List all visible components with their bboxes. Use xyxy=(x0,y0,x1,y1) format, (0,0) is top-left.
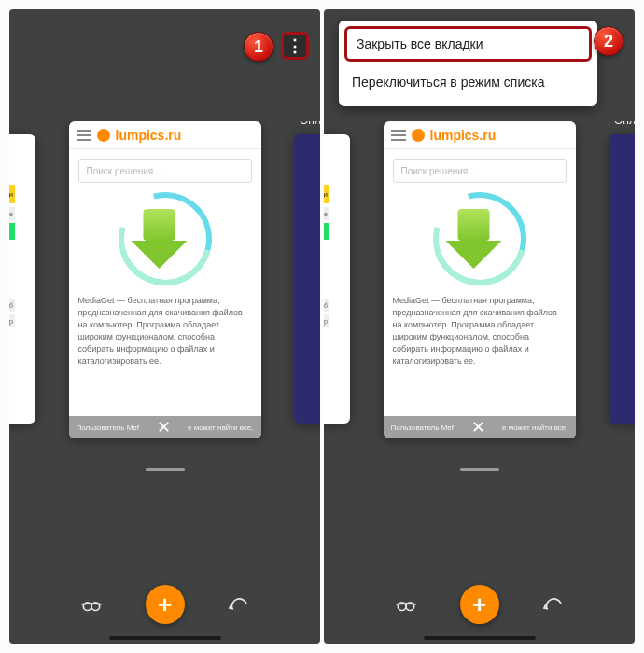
more-vertical-icon: ⋮ xyxy=(9,347,15,365)
drag-handle[interactable] xyxy=(460,468,499,471)
incognito-icon[interactable] xyxy=(78,591,105,618)
step-badge-2: 2 xyxy=(594,26,623,56)
tabs-carousel[interactable]: йти еще проб в Кар ⋮ Онл Вы ул Lum xyxy=(324,121,635,560)
footer-text: Пользователь Mef xyxy=(391,424,454,432)
thumb-chip: в Кар xyxy=(324,314,329,327)
menu-switch-list-mode[interactable]: Переключиться в режим списка xyxy=(339,65,597,99)
yandex-thumb: йти xyxy=(324,185,329,203)
incognito-icon[interactable] xyxy=(393,591,419,618)
tab-title: Онл xyxy=(614,121,635,127)
close-tab-icon[interactable]: ✕ xyxy=(157,417,171,438)
plus-icon: + xyxy=(472,590,486,619)
close-tab-icon[interactable]: ✕ xyxy=(471,417,485,438)
bottom-toolbar: + xyxy=(9,578,320,631)
search-input[interactable]: Поиск решения... xyxy=(78,159,252,183)
article-text: MediaGet — бесплатная программа, предназ… xyxy=(69,291,261,371)
download-icon xyxy=(433,192,526,285)
undo-button[interactable] xyxy=(540,591,567,618)
step-badge-1: 1 xyxy=(244,32,273,62)
tab-card-next[interactable]: Онла Вы ул xyxy=(294,134,320,424)
plus-icon: + xyxy=(158,590,172,619)
download-icon xyxy=(119,192,212,285)
tab-card-prev[interactable]: йти еще проб в Кар ⋮ xyxy=(9,134,35,424)
thumb-img xyxy=(9,223,15,240)
nav-indicator xyxy=(109,636,221,640)
thumb-chip: проб xyxy=(324,299,329,312)
site-brand: lumpics.ru xyxy=(430,128,497,143)
tab-card-current[interactable]: Lumpics.ru lumpics.ru Поиск решения... M… xyxy=(69,121,261,438)
more-vertical-icon: ⋮ xyxy=(324,347,329,365)
undo-button[interactable] xyxy=(226,591,252,618)
new-tab-button[interactable]: + xyxy=(460,585,499,624)
search-input[interactable]: Поиск решения... xyxy=(393,159,567,183)
menu-close-all-tabs[interactable]: Закрыть все вкладки xyxy=(344,26,592,62)
tabs-carousel[interactable]: йти еще проб в Кар ⋮ Онла Вы ул Lu xyxy=(9,121,320,560)
tab-card-current[interactable]: Lumpics.ru lumpics.ru Поиск решения... M… xyxy=(384,121,576,438)
new-tab-button[interactable]: + xyxy=(146,585,185,624)
kebab-menu-button[interactable]: ⋮ xyxy=(281,32,309,60)
hamburger-icon[interactable] xyxy=(77,130,91,141)
tab-card-next[interactable]: Онл Вы ул xyxy=(609,134,635,424)
tab-footer: Пользователь Mef ✕ е может найти все, xyxy=(384,416,576,438)
thumb-img xyxy=(324,223,329,240)
drag-handle[interactable] xyxy=(146,468,185,471)
footer-text: е может найти все, xyxy=(502,424,567,432)
site-brand: lumpics.ru xyxy=(116,128,182,143)
site-logo-icon xyxy=(412,129,425,142)
footer-text: Пользователь Mef xyxy=(77,424,139,432)
status-bar xyxy=(9,9,320,28)
tab-card-prev[interactable]: йти еще проб в Кар ⋮ xyxy=(324,134,350,424)
site-header: lumpics.ru xyxy=(384,121,576,149)
yandex-thumb: йти xyxy=(9,185,15,203)
thumb-chip: в Кар xyxy=(9,314,15,327)
thumb-chip: проб xyxy=(9,299,15,312)
thumb-chip: еще xyxy=(9,207,15,220)
menu-popup: Закрыть все вкладки Переключиться в режи… xyxy=(339,21,597,106)
site-logo-icon xyxy=(97,129,110,142)
site-header: lumpics.ru xyxy=(69,121,261,149)
topbar: ⋮ xyxy=(9,28,320,65)
thumb-chip: еще xyxy=(324,207,329,220)
more-vertical-icon: ⋮ xyxy=(287,35,303,56)
tab-footer: Пользователь Mef ✕ е может найти все, xyxy=(69,416,261,438)
pane-left: ⋮ 1 йти еще проб в Кар ⋮ Онла xyxy=(9,9,320,644)
tab-title: Онла xyxy=(300,121,320,127)
footer-text: е может найти все, xyxy=(188,424,253,432)
hamburger-icon[interactable] xyxy=(391,130,406,141)
article-text: MediaGet — бесплатная программа, предназ… xyxy=(384,291,576,371)
pane-right: ⋮ Закрыть все вкладки Переключиться в ре… xyxy=(324,9,635,644)
bottom-toolbar: + xyxy=(324,578,635,631)
nav-indicator xyxy=(424,636,536,640)
